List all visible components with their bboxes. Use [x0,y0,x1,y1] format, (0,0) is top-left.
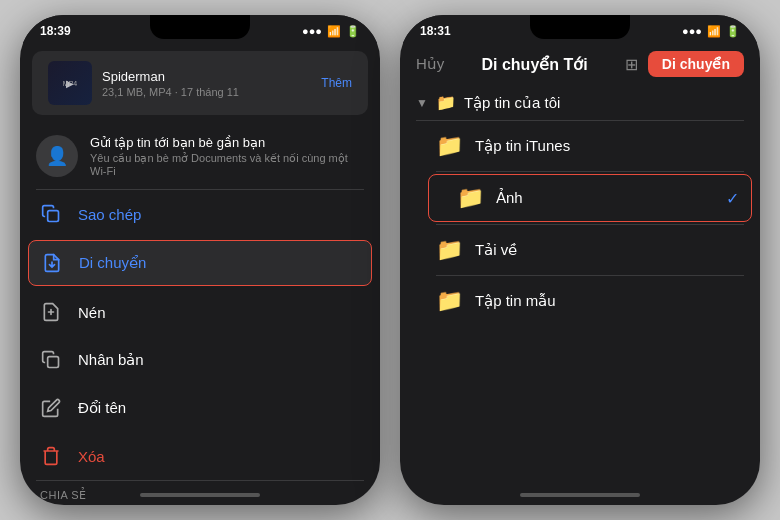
share-title: Gửi tập tin tới bạn bè gần bạn [90,135,364,150]
battery-icon: 🔋 [346,25,360,38]
copy-label: Sao chép [78,206,141,223]
folder-itunes-icon: 📁 [436,133,463,159]
time-right: 18:31 [420,24,451,38]
file-thumbnail: MP4 [48,61,92,105]
copy-icon [40,203,62,225]
folder-downloads-label: Tải về [475,241,517,259]
delete-icon [40,445,62,467]
file-meta: 23,1 MB, MP4 · 17 tháng 11 [102,86,321,98]
folder-downloads-icon: 📁 [436,237,463,263]
grid-icon[interactable]: ⊞ [625,55,638,74]
nav-icons: ⊞ Di chuyển [625,51,744,77]
menu-rename[interactable]: Đổi tên [20,384,380,432]
svg-rect-0 [48,211,59,222]
cancel-button[interactable]: Hủy [416,55,444,73]
file-name: Spiderman [102,69,321,84]
folder-photos[interactable]: 📁 Ảnh ✓ [428,174,752,222]
right-phone: 18:31 ●●● 📶 🔋 Hủy Di chuyển Tới ⊞ Di chu… [400,15,760,505]
check-icon: ✓ [726,189,739,208]
folder-templates-icon: 📁 [436,288,463,314]
duplicate-icon [40,349,62,371]
menu-compress[interactable]: Nén [20,288,380,336]
left-content: MP4 Spiderman 23,1 MB, MP4 · 17 tháng 11… [20,51,380,505]
move-button[interactable]: Di chuyển [648,51,744,77]
compress-label: Nén [78,304,106,321]
menu-move[interactable]: Di chuyển [28,240,372,286]
home-indicator-right [520,493,640,497]
menu-duplicate[interactable]: Nhân bản [20,336,380,384]
section-label: Tập tin của tôi [464,94,561,112]
menu-delete[interactable]: Xóa [20,432,380,480]
folder-downloads[interactable]: 📁 Tải về [400,225,760,275]
move-label: Di chuyển [79,254,146,272]
status-icons-left: ●●● 📶 🔋 [302,25,360,38]
time-left: 18:39 [40,24,71,38]
folder-templates-label: Tập tin mẫu [475,292,556,310]
folder-photos-icon: 📁 [457,185,484,211]
folder-itunes-label: Tập tin iTunes [475,137,570,155]
signal-icon-right: ●●● [682,25,702,37]
move-icon [41,252,63,274]
section-row: ▼ 📁 Tập tin của tôi [400,85,760,120]
rename-label: Đổi tên [78,399,126,417]
chevron-icon: ▼ [416,96,428,110]
share-text: Gửi tập tin tới bạn bè gần bạn Yêu cầu b… [90,135,364,177]
notch [150,15,250,39]
compress-icon [40,301,62,323]
nav-title: Di chuyển Tới [481,55,587,74]
folder-itunes[interactable]: 📁 Tập tin iTunes [400,121,760,171]
right-content: Hủy Di chuyển Tới ⊞ Di chuyển ▼ 📁 Tập ti… [400,43,760,326]
share-subtitle: Yêu cầu bạn bè mở Documents và kết nối c… [90,152,364,177]
share-nearby: 👤 Gửi tập tin tới bạn bè gần bạn Yêu cầu… [20,123,380,189]
left-phone: 18:39 ●●● 📶 🔋 MP4 Spiderman 23,1 MB, MP4… [20,15,380,505]
rename-icon [40,397,62,419]
delete-label: Xóa [78,448,105,465]
divider-right2 [436,171,744,172]
file-item[interactable]: MP4 Spiderman 23,1 MB, MP4 · 17 tháng 11… [32,51,368,115]
wifi-icon-right: 📶 [707,25,721,38]
top-nav: Hủy Di chuyển Tới ⊞ Di chuyển [400,43,760,85]
menu-copy[interactable]: Sao chép [20,190,380,238]
notch-right [530,15,630,39]
file-info: Spiderman 23,1 MB, MP4 · 17 tháng 11 [102,69,321,98]
wifi-icon: 📶 [327,25,341,38]
battery-icon-right: 🔋 [726,25,740,38]
status-icons-right: ●●● 📶 🔋 [682,25,740,38]
svg-rect-1 [48,357,59,368]
signal-icon: ●●● [302,25,322,37]
avatar: 👤 [36,135,78,177]
folder-templates[interactable]: 📁 Tập tin mẫu [400,276,760,326]
folder-section-icon: 📁 [436,93,456,112]
home-indicator-left [140,493,260,497]
folder-photos-label: Ảnh [496,189,523,207]
file-action[interactable]: Thêm [321,76,352,90]
duplicate-label: Nhân bản [78,351,144,369]
